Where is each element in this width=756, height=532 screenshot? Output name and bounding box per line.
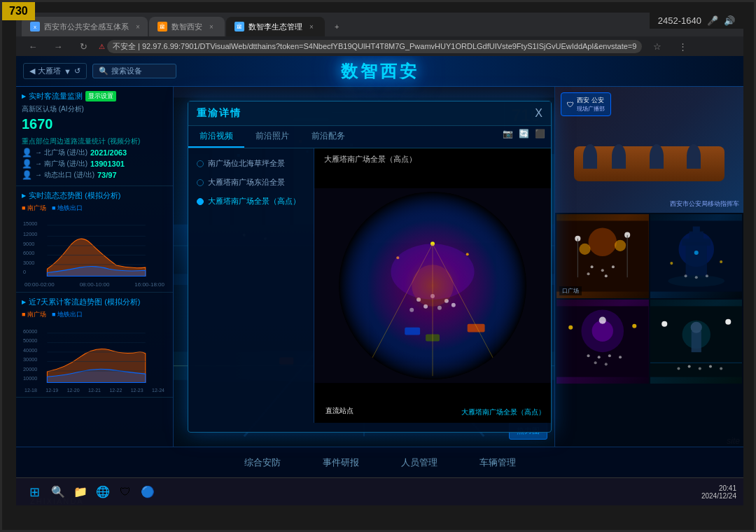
search-box[interactable]: 🔍 搜索设备 [92,64,176,78]
nav-item-people[interactable]: 人员管理 [387,452,451,473]
taskbar-files-button[interactable]: 📁 [71,482,90,502]
nav-item-events[interactable]: 事件研报 [309,452,373,473]
url-bar[interactable]: 不安全 | 92.97.6.99:7901/DTVisualWeb/dtthai… [107,40,642,53]
flow-row-1: 👤 → 北广场 (进/出) 2021/2063 [22,148,167,158]
svg-point-72 [410,308,414,312]
bottom-nav: 综合安防 事件研报 人员管理 车辆管理 [16,447,743,477]
chart1-label-1: 00:00-02:00 [24,281,55,288]
nav-item-vehicles[interactable]: 车辆管理 [465,452,530,473]
back-button[interactable]: ← [23,36,43,56]
display-settings-badge[interactable]: 显示设置 [85,91,116,102]
nav-refresh-icon[interactable]: ↺ [74,66,80,76]
camera-icon[interactable]: 📷 [503,129,513,145]
svg-text:10000: 10000 [23,375,37,382]
taskbar-search-button[interactable]: 🔍 [48,482,68,502]
svg-point-132 [708,365,711,368]
modal-sidebar: 南广场位北海草坪全景 大雁塔南广场东沿全景 大雁塔南广场全景（高点） [188,148,314,423]
svg-point-125 [690,322,701,333]
browser-tab-3[interactable]: 🏛 数智李生态管理 × [226,17,325,36]
police-label-bottom: 西安市公安局移动指挥车 [670,200,739,209]
svg-point-107 [684,274,687,277]
svg-text:50000: 50000 [23,337,37,344]
windows-start-button[interactable]: ⊞ [23,482,46,502]
modal-sidebar-item-2[interactable]: 大雁塔南广场东沿全景 [194,173,308,192]
flow-row-3: 👤 → 动态出口 (进/出) 73/97 [22,170,167,180]
taskbar-search-icon: 🔍 [51,485,65,498]
bookmark-button[interactable]: ☆ [648,36,667,56]
taskbar-shield-button[interactable]: 🛡 [115,482,135,502]
legend-subway: ■ 地铁出口 [52,204,83,213]
modal-tab-photo[interactable]: 前沿照片 [244,126,300,148]
refresh-button[interactable]: ↻ [74,36,93,56]
modal-close-button[interactable]: X [535,107,542,120]
svg-point-129 [677,367,680,370]
main-app: ◀ 大雁塔 ▼ ↺ 🔍 搜索设备 数智西安 实时客 [16,56,743,477]
tab-label-3: 数智李生态管理 [248,22,302,32]
svg-point-113 [568,326,573,330]
chart2-x-labels: 12-18 12-19 12-20 12-21 12-22 12-23 12-2… [22,388,167,393]
modal-tabs: 前沿视频 前沿照片 前沿配务 📷 🔄 ⬛ [188,126,551,148]
section-title-text-chart1: 实时流态态势图 (模拟分析) [29,190,120,201]
forward-button[interactable]: → [48,36,68,56]
taskbar-browser-button[interactable]: 🌐 [93,482,113,502]
browser-tabs: x 西安市公共安全感互体系 × 🏛 数智西安 × 🏛 数智李生态管理 × + [16,13,743,36]
police-badge: 🛡 西安 公安 现场广播部 [561,92,611,116]
search-icon: 🔍 [99,66,108,76]
svg-rect-102 [692,227,699,234]
nav-dropdown-label: 大雁塔 [38,66,61,76]
refresh-icon[interactable]: 🔄 [519,129,529,145]
night-scene-2 [650,214,743,298]
screen: x 西安市公共安全感互体系 × 🏛 数智西安 × 🏛 数智李生态管理 × + [16,13,743,505]
legend2-south: ■ 南广场 [22,310,46,319]
flow-label-3: → 动态出口 (进/出) [35,170,94,180]
chart1-label-3: 16:00-18:00 [134,281,164,288]
taskbar-files-icon: 📁 [74,485,88,498]
mic-icon[interactable]: 🎤 [707,15,718,26]
radio-3 [197,198,204,205]
svg-rect-124 [691,331,701,352]
nav-item-security[interactable]: 综合安防 [230,452,295,473]
modal-title: 重渝详情 [197,107,241,120]
nav-back-btn[interactable]: ◀ 大雁塔 ▼ ↺ [23,63,87,79]
police-badge-text: 西安 公安 现场广播部 [577,96,605,113]
tab-label-1: 西安市公共安全感互体系 [44,22,129,32]
browser-tab-2[interactable]: 🏛 数智西安 × [149,17,225,36]
sidebar-section-flow: 实时客流量监测 显示设置 高新区认场 (AI分析) 1670 重点部位周边道路流… [16,87,173,186]
svg-point-89 [601,269,604,272]
svg-rect-77 [405,328,420,335]
chart2-l1: 12-18 [24,388,37,393]
svg-point-74 [438,306,442,310]
speaker-icon[interactable]: 🔊 [724,15,735,26]
video-cell-1: 口广场 [556,214,649,298]
svg-point-121 [605,363,608,365]
tab-close-1[interactable]: × [133,22,143,31]
tab-close-3[interactable]: × [307,22,316,31]
browser-tab-1[interactable]: x 西安市公共安全感互体系 × [22,17,148,36]
night-svg-2 [650,214,743,298]
chart-area-1: 15000 12000 9000 6000 3000 0 [22,216,167,279]
person-icon-3: 👤 [22,170,32,180]
search-placeholder: 搜索设备 [111,66,142,76]
tab-close-2[interactable]: × [206,22,216,31]
security-warning: ⚠ 不安全 | 92.97.6.99:7901/DTVisualWeb/dtth… [99,40,642,53]
browser-tab-new[interactable]: + [326,17,347,36]
radio-2 [197,179,204,186]
tab-favicon-2: 🏛 [158,22,167,31]
police-shield-icon: 🛡 [567,101,574,108]
modal-tab-video[interactable]: 前沿视频 [188,126,244,148]
menu-button[interactable]: ⋮ [673,36,692,56]
fullscreen-icon[interactable]: ⬛ [535,129,545,145]
svg-point-116 [587,354,589,357]
modal-sidebar-item-1[interactable]: 南广场位北海草坪全景 [194,154,308,173]
taskbar-circle-button[interactable]: 🔵 [138,482,158,502]
night-svg-3 [556,300,649,384]
modal-tab-service[interactable]: 前沿配务 [300,126,356,148]
svg-point-119 [619,356,622,358]
total-count: 1670 [22,116,167,132]
modal-sidebar-item-3[interactable]: 大雁塔南广场全景（高点） [194,192,308,211]
meeting-room-scene: 🛡 西安 公安 现场广播部 西安市公安局移动指挥车 [555,87,743,213]
svg-point-130 [687,365,690,368]
svg-text:0: 0 [23,269,26,275]
svg-point-108 [694,276,697,279]
person-icon-1: 👤 [22,148,32,158]
